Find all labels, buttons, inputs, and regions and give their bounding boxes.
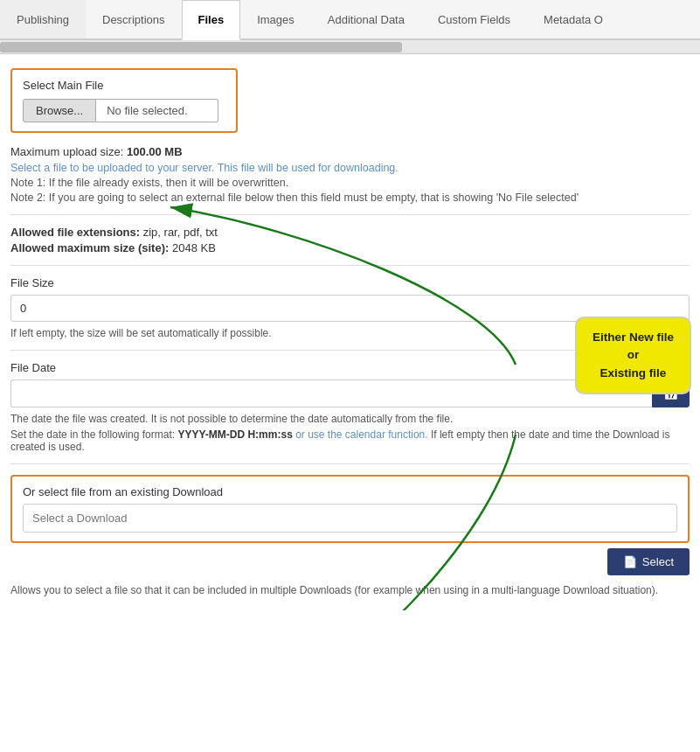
allowed-max-size-label: Allowed maximum size (site):	[10, 241, 169, 254]
callout-line1: Either New file	[593, 331, 674, 344]
callout-line3: Existing file	[600, 366, 667, 379]
date-hint-1: The date the file was created. It is not…	[10, 413, 690, 425]
file-date-input[interactable]	[10, 379, 652, 407]
allowed-block: Allowed file extensions: zip, rar, pdf, …	[10, 226, 690, 254]
allowed-max-size-value: 2048 KB	[172, 241, 216, 254]
note2: Note 2: If you are going to select an ex…	[10, 191, 690, 204]
tab-list: Publishing Descriptions Files Images Add…	[0, 0, 700, 40]
tabs-bar: Publishing Descriptions Files Images Add…	[0, 0, 700, 40]
tab-images[interactable]: Images	[240, 0, 311, 38]
file-input-row: Browse... No file selected.	[23, 99, 225, 122]
download-select-input[interactable]	[23, 504, 677, 533]
allowed-extensions-line: Allowed file extensions: zip, rar, pdf, …	[10, 226, 690, 239]
main-content: Either New file or Existing file Select …	[0, 54, 700, 610]
select-row-outer: 📄 Select	[10, 548, 690, 575]
tab-publishing[interactable]: Publishing	[0, 0, 86, 38]
tab-files[interactable]: Files	[182, 0, 241, 40]
tab-metadata-o[interactable]: Metadata O	[527, 0, 620, 38]
existing-select-row	[23, 504, 677, 533]
file-icon: 📄	[623, 555, 637, 568]
main-file-box: Select Main File Browse... No file selec…	[10, 68, 238, 133]
select-button-label: Select	[642, 555, 674, 568]
tab-additional-data[interactable]: Additional Data	[311, 0, 421, 38]
scrollbar-thumb	[0, 42, 402, 52]
divider-4	[10, 463, 690, 464]
select-button[interactable]: 📄 Select	[607, 548, 690, 575]
max-upload-value: 100.00 MB	[127, 145, 183, 158]
date-hint-prefix: Set the date in the following format:	[10, 428, 175, 441]
callout-line2: or	[627, 348, 640, 361]
bottom-hint: Allows you to select a file so that it c…	[10, 584, 690, 596]
allowed-extensions-value: zip, rar, pdf, txt	[143, 226, 218, 239]
existing-file-label: Or select file from an existing Download	[23, 485, 677, 498]
date-hint-middle: or use the calendar function.	[295, 428, 427, 441]
date-hint-2: Set the date in the following format: YY…	[10, 428, 690, 453]
callout-bubble: Either New file or Existing file	[575, 317, 691, 394]
date-format: YYYY-MM-DD H:mm:ss	[177, 428, 292, 441]
existing-file-box: Or select file from an existing Download	[10, 475, 690, 543]
upload-info-block: Maximum upload size: 100.00 MB Select a …	[10, 145, 690, 204]
tab-descriptions[interactable]: Descriptions	[86, 0, 182, 38]
file-size-label: File Size	[10, 276, 690, 289]
divider-1	[10, 214, 690, 215]
max-upload-line: Maximum upload size: 100.00 MB	[10, 145, 690, 158]
horizontal-scrollbar[interactable]	[0, 40, 700, 54]
main-file-label: Select Main File	[23, 79, 225, 92]
bottom-hint-text: Allows you to select a file so that it c…	[10, 584, 658, 596]
tab-custom-fields[interactable]: Custom Fields	[421, 0, 527, 38]
divider-2	[10, 265, 690, 266]
allowed-extensions-label: Allowed file extensions:	[10, 226, 140, 239]
no-file-text: No file selected.	[96, 99, 218, 122]
allowed-max-size-line: Allowed maximum size (site): 2048 KB	[10, 241, 690, 254]
max-upload-label: Maximum upload size:	[10, 145, 123, 158]
note1: Note 1: If the file already exists, then…	[10, 177, 690, 189]
browse-button[interactable]: Browse...	[23, 99, 96, 122]
upload-description: Select a file to be uploaded to your ser…	[10, 162, 690, 174]
